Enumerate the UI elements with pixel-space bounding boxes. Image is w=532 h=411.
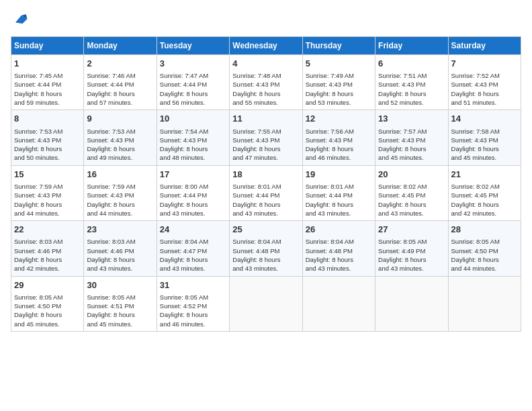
day-info-line: Sunset: 4:44 PM [14, 80, 81, 89]
day-info-line: Sunset: 4:43 PM [306, 80, 372, 89]
weekday-header: Friday [375, 37, 448, 55]
day-info-line: Daylight: 8 hours [378, 255, 445, 264]
day-info-line: Sunset: 4:43 PM [306, 136, 372, 144]
day-info-line: Daylight: 8 hours [306, 144, 372, 153]
weekday-header: Saturday [448, 37, 521, 55]
calendar-cell: 18Sunrise: 8:01 AMSunset: 4:44 PMDayligh… [230, 165, 302, 220]
day-info-line: Sunset: 4:43 PM [87, 136, 153, 144]
calendar-cell: 12Sunrise: 7:56 AMSunset: 4:43 PMDayligh… [302, 110, 375, 165]
day-info-line: Sunrise: 7:57 AM [378, 127, 445, 136]
weekday-header-row: SundayMondayTuesdayWednesdayThursdayFrid… [11, 37, 521, 55]
day-info-line: Daylight: 8 hours [160, 255, 226, 264]
day-info-line: Sunrise: 7:56 AM [306, 127, 372, 136]
day-info-line: Sunset: 4:48 PM [306, 246, 372, 255]
calendar-cell: 31Sunrise: 8:05 AMSunset: 4:52 PMDayligh… [157, 276, 229, 331]
day-info-line: Daylight: 8 hours [14, 255, 81, 264]
day-number: 11 [232, 113, 299, 125]
day-info-line: and 45 minutes. [378, 153, 445, 162]
calendar-cell: 11Sunrise: 7:55 AMSunset: 4:43 PMDayligh… [230, 110, 302, 165]
calendar-cell: 28Sunrise: 8:05 AMSunset: 4:50 PMDayligh… [448, 221, 521, 276]
calendar-cell: 13Sunrise: 7:57 AMSunset: 4:43 PMDayligh… [375, 110, 448, 165]
weekday-header: Wednesday [230, 37, 302, 55]
day-info-line: Sunset: 4:45 PM [451, 191, 518, 199]
day-info-line: Sunrise: 8:04 AM [306, 237, 372, 246]
logo [11, 11, 32, 30]
calendar-cell: 30Sunrise: 8:05 AMSunset: 4:51 PMDayligh… [84, 276, 157, 331]
day-number: 1 [14, 58, 81, 70]
day-info-line: Daylight: 8 hours [160, 89, 226, 98]
calendar-cell: 29Sunrise: 8:05 AMSunset: 4:50 PMDayligh… [11, 276, 84, 331]
day-info-line: Sunrise: 7:47 AM [160, 71, 226, 80]
day-info-line: Sunrise: 7:53 AM [14, 127, 81, 136]
calendar-cell: 23Sunrise: 8:03 AMSunset: 4:46 PMDayligh… [84, 221, 157, 276]
day-info-line: Sunrise: 8:02 AM [378, 182, 445, 191]
day-info-line: and 47 minutes. [232, 153, 299, 162]
day-info-line: Sunrise: 7:54 AM [160, 127, 226, 136]
logo-icon [11, 11, 30, 30]
day-info-line: and 49 minutes. [87, 153, 153, 162]
day-number: 30 [87, 279, 153, 291]
day-number: 13 [378, 113, 445, 125]
day-info-line: and 45 minutes. [87, 320, 153, 328]
day-info-line: Sunset: 4:43 PM [378, 136, 445, 144]
day-info-line: and 43 minutes. [378, 209, 445, 218]
day-info-line: Daylight: 8 hours [87, 200, 153, 209]
day-info-line: and 43 minutes. [306, 264, 372, 273]
day-info-line: Daylight: 8 hours [232, 200, 299, 209]
calendar-cell: 24Sunrise: 8:04 AMSunset: 4:47 PMDayligh… [157, 221, 229, 276]
day-info-line: Daylight: 8 hours [378, 144, 445, 153]
calendar-cell [230, 276, 302, 331]
day-info-line: Sunset: 4:51 PM [87, 302, 153, 310]
day-number: 31 [160, 279, 226, 291]
calendar-cell: 10Sunrise: 7:54 AMSunset: 4:43 PMDayligh… [157, 110, 229, 165]
day-info-line: Daylight: 8 hours [306, 200, 372, 209]
day-info-line: Sunset: 4:43 PM [451, 136, 518, 144]
day-info-line: Sunrise: 8:01 AM [306, 182, 372, 191]
day-info-line: Sunset: 4:46 PM [87, 246, 153, 255]
day-number: 17 [160, 169, 226, 181]
day-info-line: Daylight: 8 hours [451, 144, 518, 153]
day-info-line: and 44 minutes. [451, 264, 518, 273]
day-info-line: and 44 minutes. [14, 209, 81, 218]
day-info-line: Sunset: 4:46 PM [14, 246, 81, 255]
day-info-line: Sunrise: 7:46 AM [87, 71, 153, 80]
day-number: 19 [306, 169, 372, 181]
day-info-line: and 56 minutes. [160, 98, 226, 107]
day-number: 21 [451, 169, 518, 181]
day-info-line: Daylight: 8 hours [87, 310, 153, 319]
calendar-cell: 26Sunrise: 8:04 AMSunset: 4:48 PMDayligh… [302, 221, 375, 276]
day-number: 7 [451, 58, 518, 70]
day-info-line: and 42 minutes. [451, 209, 518, 218]
day-info-line: Sunrise: 8:05 AM [451, 237, 518, 246]
day-info-line: Sunrise: 7:58 AM [451, 127, 518, 136]
day-info-line: and 44 minutes. [87, 209, 153, 218]
day-number: 15 [14, 169, 81, 181]
weekday-header: Monday [84, 37, 157, 55]
day-number: 9 [87, 113, 153, 125]
day-info-line: and 51 minutes. [451, 98, 518, 107]
calendar-cell: 3Sunrise: 7:47 AMSunset: 4:44 PMDaylight… [157, 55, 229, 110]
day-info-line: Sunrise: 8:04 AM [160, 237, 226, 246]
day-info-line: Daylight: 8 hours [87, 89, 153, 98]
day-info-line: Sunrise: 7:49 AM [306, 71, 372, 80]
weekday-header: Tuesday [157, 37, 229, 55]
day-number: 8 [14, 113, 81, 125]
day-info-line: and 43 minutes. [160, 264, 226, 273]
day-info-line: Daylight: 8 hours [160, 200, 226, 209]
day-number: 20 [378, 169, 445, 181]
day-info-line: Sunrise: 8:04 AM [232, 237, 299, 246]
day-info-line: Sunrise: 8:02 AM [451, 182, 518, 191]
day-info-line: Sunset: 4:50 PM [451, 246, 518, 255]
day-info-line: Daylight: 8 hours [378, 89, 445, 98]
day-info-line: and 52 minutes. [378, 98, 445, 107]
day-info-line: Daylight: 8 hours [451, 200, 518, 209]
day-number: 26 [306, 224, 372, 236]
day-info-line: Daylight: 8 hours [14, 89, 81, 98]
day-number: 27 [378, 224, 445, 236]
calendar-cell: 4Sunrise: 7:48 AMSunset: 4:43 PMDaylight… [230, 55, 302, 110]
day-info-line: Sunset: 4:43 PM [232, 80, 299, 89]
day-number: 25 [232, 224, 299, 236]
day-info-line: Sunrise: 8:01 AM [232, 182, 299, 191]
day-info-line: Daylight: 8 hours [451, 255, 518, 264]
day-info-line: and 55 minutes. [232, 98, 299, 107]
